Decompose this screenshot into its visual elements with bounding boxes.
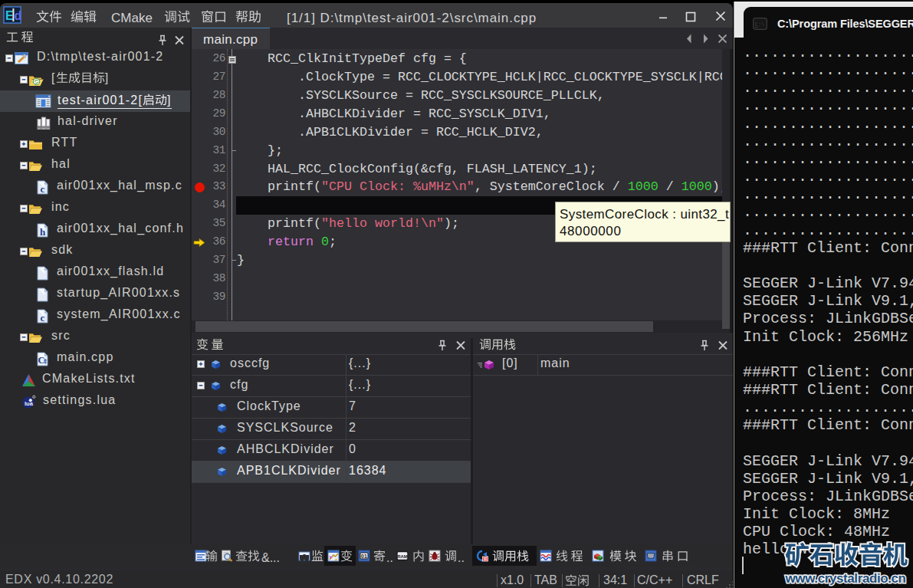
svg-text:C:\: C:\ bbox=[755, 21, 765, 28]
svg-text:01: 01 bbox=[361, 554, 367, 559]
svg-text:c: c bbox=[41, 182, 45, 194]
svg-text:RAM: RAM bbox=[397, 554, 408, 559]
svg-text:www.crystalradio.cn: www.crystalradio.cn bbox=[785, 571, 906, 586]
svg-text:c: c bbox=[41, 311, 45, 323]
svg-text:E: E bbox=[5, 9, 14, 22]
svg-text:d: d bbox=[15, 9, 21, 22]
svg-text:lua: lua bbox=[25, 400, 34, 407]
svg-text:h: h bbox=[40, 225, 46, 237]
